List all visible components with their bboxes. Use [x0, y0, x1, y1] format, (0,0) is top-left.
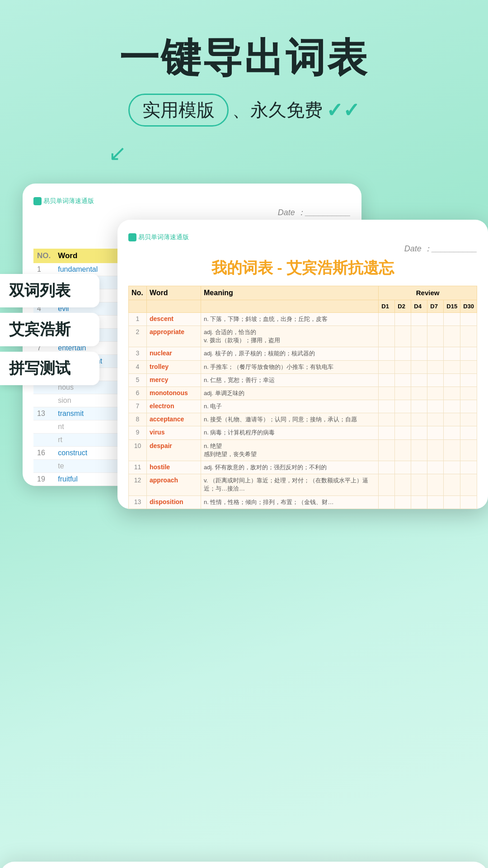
table-row: 13 disposition n. 性情，性格；倾向；排列，布置；（金钱、财… [129, 495, 477, 509]
table-row: 12 approach v. （距离或时间上）靠近；处理，对付；（在数额或水平上… [129, 474, 477, 495]
app-logo-icon-front [128, 233, 136, 241]
color-picker-section: 极致白 经典黑 扇贝绿 ✓ 活力橙 青春蓝 导出PDF [0, 862, 488, 868]
table-row: 1 descent n. 下落，下降；斜坡；血统，出身；丘陀，皮客 [129, 312, 477, 326]
hero-subtitle-bordered: 实用模版 [128, 94, 229, 127]
table-row: 6 monotonous adj. 单调乏味的 [129, 387, 477, 400]
th-word-ebbing: Word [147, 286, 201, 300]
front-card-title: 我的词表 - 艾宾浩斯抗遗忘 [128, 258, 477, 278]
th-d15: D15 [444, 300, 460, 312]
side-label-double-list: 双词列表 [0, 274, 99, 307]
side-label-spelling: 拼写测试 [0, 352, 99, 385]
th-empty3 [201, 300, 379, 312]
hero-tick: ✓✓ [326, 99, 360, 122]
th-no-ebbing: No. [129, 286, 147, 300]
table-row: 7 electron n. 电子 [129, 400, 477, 413]
th-d1: D1 [379, 300, 395, 312]
table-row: 4 trolley n. 手推车；（餐厅等放食物的）小推车；有轨电车 [129, 360, 477, 373]
cards-section: 易贝单词薄速通版 Date ：__________ 我的词表 - 拼写测试 NO… [0, 184, 488, 518]
table-row: 10 despair n. 绝望感到绝望，丧失希望 [129, 439, 477, 461]
side-labels: 双词列表 艾宾浩斯 拼写测试 [0, 274, 99, 385]
th-review: Review [379, 286, 477, 300]
th-d7: D7 [427, 300, 444, 312]
th-d30: D30 [460, 300, 477, 312]
ebbinghaus-table: No. Word Meaning Review D1 D2 D4 D7 D15 … [128, 286, 477, 509]
th-meaning-ebbing: Meaning [201, 286, 379, 300]
table-row: 5 mercy n. 仁慈，宽恕；善行；幸运 [129, 373, 477, 387]
side-label-ebbinghaus: 艾宾浩斯 [0, 313, 99, 346]
th-empty1 [129, 300, 147, 312]
hero-free: 、永久免费 [232, 98, 323, 123]
th-d2: D2 [395, 300, 411, 312]
table-row: 2 appropriate adj. 合适的，恰当的v. 拨出（款项）；挪用，盗… [129, 326, 477, 347]
date-line-back: Date ：__________ [33, 207, 351, 218]
arrow-down: ↙ [108, 140, 470, 165]
app-logo-front: 易贝单词薄速通版 [128, 233, 189, 241]
app-logo-back: 易贝单词薄速通版 [33, 197, 94, 205]
hero-section: 一键导出词表 实用模版 、永久免费 ✓✓ ↙ [0, 0, 488, 184]
date-line-front: Date ：__________ [128, 243, 477, 254]
table-row: 11 hostile adj. 怀有敌意的，敌对的；强烈反对的；不利的 [129, 461, 477, 474]
th-no: NO. [33, 249, 54, 263]
th-d4: D4 [411, 300, 427, 312]
app-logo-icon-back [33, 197, 42, 205]
table-row: 3 nuclear adj. 核子的，原子核的；核能的；核武器的 [129, 347, 477, 360]
hero-subtitle-wrap: 实用模版 、永久免费 ✓✓ [128, 94, 360, 127]
ebbinghaus-card: 易贝单词薄速通版 Date ：__________ 我的词表 - 艾宾浩斯抗遗忘… [117, 220, 488, 509]
hero-title: 一键导出词表 [18, 36, 470, 80]
th-empty2 [147, 300, 201, 312]
table-row: 8 acceptance n. 接受（礼物、邀请等）；认同，同意；接纳，承认；自… [129, 413, 477, 426]
table-row: 9 virus n. 病毒；计算机程序的病毒 [129, 426, 477, 439]
